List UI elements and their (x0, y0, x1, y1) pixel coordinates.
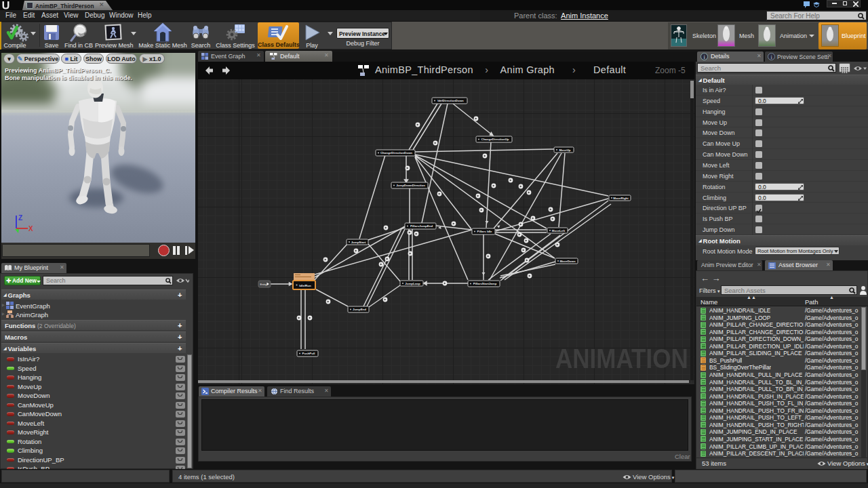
svg-text:Entry: Entry (260, 283, 268, 286)
svg-text:Idle/Run: Idle/Run (299, 284, 311, 287)
svg-text:MoveDown: MoveDown (559, 260, 575, 263)
svg-text:MoveLeft: MoveLeft (552, 229, 566, 232)
svg-text:JumpStart: JumpStart (351, 241, 366, 244)
svg-text:JumpEnd: JumpEnd (353, 308, 366, 311)
svg-text:ChangeDirectionDown: ChangeDirectionDown (380, 151, 412, 155)
svg-text:PushPull: PushPull (302, 352, 315, 355)
svg-text:Pillars Idle: Pillars Idle (477, 230, 493, 233)
svg-text:PillarsJumpEnd: PillarsJumpEnd (410, 224, 433, 228)
svg-text:Z: Z (18, 214, 22, 222)
svg-text:X: X (28, 225, 33, 232)
svg-text:JumpLoop: JumpLoop (405, 282, 420, 285)
svg-text:IdelDirectionDown: IdelDirectionDown (437, 99, 464, 102)
svg-text:PillarsStartJamp: PillarsStartJamp (473, 282, 497, 285)
svg-text:ChangeDirectionUp: ChangeDirectionUp (481, 138, 509, 141)
svg-text:MoveUp: MoveUp (559, 148, 570, 152)
svg-text:JumpDownDirection: JumpDownDirection (396, 184, 425, 187)
svg-text:MoveRight: MoveRight (613, 197, 629, 200)
